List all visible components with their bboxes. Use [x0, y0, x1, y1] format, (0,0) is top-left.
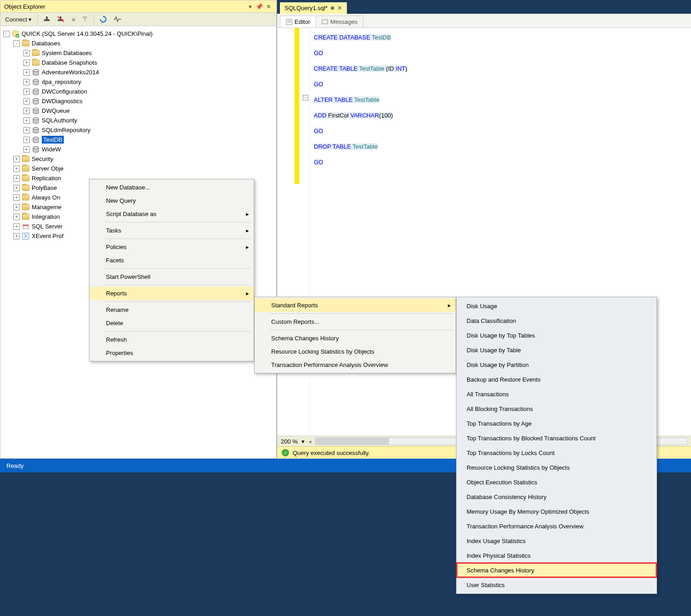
menu-item[interactable]: User Statistics: [457, 577, 657, 592]
tab-editor[interactable]: Editor: [280, 16, 316, 28]
expand-icon[interactable]: +: [13, 233, 20, 239]
expand-icon[interactable]: +: [13, 223, 20, 230]
stop-button[interactable]: ■: [70, 15, 77, 24]
menu-item[interactable]: New Query: [89, 194, 254, 207]
expand-icon[interactable]: +: [13, 166, 20, 172]
menu-item[interactable]: All Blocking Transactions: [457, 401, 657, 416]
expand-icon[interactable]: +: [23, 117, 30, 124]
tree-item[interactable]: +Database Snapshots: [2, 58, 274, 67]
menu-item[interactable]: Top Transactions by Age: [457, 416, 657, 431]
menu-item[interactable]: Top Transactions by Locks Count: [457, 445, 657, 460]
tree-item[interactable]: +System Databases: [2, 48, 274, 58]
expand-icon[interactable]: +: [23, 50, 30, 56]
menu-item[interactable]: Reports▸: [89, 287, 254, 300]
collapse-icon[interactable]: -: [13, 40, 20, 47]
tree-item[interactable]: +WideW: [2, 144, 274, 154]
menu-item[interactable]: Standard Reports▸: [255, 299, 456, 312]
menu-item[interactable]: Rename: [89, 303, 254, 316]
menu-item[interactable]: Disk Usage by Table: [457, 343, 657, 357]
pin-icon[interactable]: ⊕: [330, 5, 334, 11]
collapse-icon[interactable]: -: [3, 31, 10, 37]
menu-item[interactable]: Resource Locking Statistics by Objects: [457, 460, 657, 475]
code-line[interactable]: GO: [314, 45, 407, 61]
code-line[interactable]: ALTER TABLE TestTable: [314, 92, 407, 108]
tree-item[interactable]: +SQLdmRepository: [2, 125, 274, 135]
code-line[interactable]: ADD FirstCol VARCHAR(100): [314, 108, 407, 123]
code-line[interactable]: GO: [314, 155, 407, 170]
standard-reports-submenu[interactable]: Disk UsageData ClassificationDisk Usage …: [456, 297, 657, 594]
tree-item[interactable]: +dpa_repository: [2, 77, 274, 87]
expand-icon[interactable]: +: [13, 156, 20, 162]
filter-button[interactable]: [80, 15, 90, 23]
doc-tab-sqlquery1[interactable]: SQLQuery1.sql* ⊕ ✕: [280, 2, 347, 14]
close-tab-icon[interactable]: ✕: [337, 5, 342, 11]
expand-icon[interactable]: +: [23, 98, 30, 105]
menu-item[interactable]: Object Execution Statistics: [457, 475, 657, 489]
menu-item[interactable]: Index Physical Statistics: [457, 548, 657, 563]
expand-icon[interactable]: +: [23, 146, 30, 153]
expand-icon[interactable]: +: [13, 214, 20, 220]
menu-item[interactable]: Custom Reports...: [255, 315, 456, 328]
disconnect-all-button[interactable]: [55, 15, 67, 24]
menu-item[interactable]: Index Usage Statistics: [457, 533, 657, 548]
activity-button[interactable]: [111, 15, 123, 23]
expand-icon[interactable]: +: [13, 185, 20, 191]
tree-item[interactable]: +AdventureWorks2014: [2, 67, 274, 77]
scroll-left-icon[interactable]: ◂: [308, 438, 312, 445]
menu-item[interactable]: Resource Locking Statistics by Objects: [255, 345, 456, 358]
expand-icon[interactable]: +: [23, 108, 30, 114]
zoom-dropdown-icon[interactable]: ▾: [301, 438, 305, 445]
tree-item[interactable]: +TestDB: [2, 135, 274, 144]
tree-item[interactable]: -QUICK (SQL Server 14.0.3045.24 - QUICK\…: [2, 29, 274, 39]
expand-icon[interactable]: +: [23, 79, 30, 85]
tree-item[interactable]: +SQLAuthority: [2, 116, 274, 125]
menu-item[interactable]: Schema Changes History: [255, 332, 456, 345]
code-line[interactable]: GO: [314, 77, 407, 92]
menu-item[interactable]: Memory Usage By Memory Optimized Objects: [457, 504, 657, 519]
menu-item[interactable]: Delete: [89, 316, 254, 330]
menu-item[interactable]: All Transactions: [457, 387, 657, 401]
menu-item[interactable]: Disk Usage: [457, 299, 657, 313]
expand-icon[interactable]: +: [13, 175, 20, 182]
tree-item[interactable]: -Databases: [2, 39, 274, 48]
refresh-button[interactable]: [98, 15, 109, 24]
code-line[interactable]: GO: [314, 123, 407, 139]
expand-icon[interactable]: +: [23, 89, 30, 95]
close-icon[interactable]: ✕: [264, 2, 273, 11]
expand-icon[interactable]: +: [23, 60, 30, 66]
menu-item[interactable]: Policies▸: [89, 240, 254, 254]
tree-item[interactable]: +DWQueue: [2, 106, 274, 116]
tab-messages[interactable]: Messages: [316, 16, 363, 28]
fold-icon[interactable]: −: [303, 95, 308, 100]
menu-item[interactable]: New Database...: [89, 181, 254, 194]
code-line[interactable]: DROP TABLE TestTable: [314, 139, 407, 155]
menu-item[interactable]: Disk Usage by Top Tables: [457, 328, 657, 343]
dropdown-icon[interactable]: ▾: [246, 2, 254, 11]
menu-item[interactable]: Tasks▸: [89, 224, 254, 237]
code-line[interactable]: CREATE DATABASE TestDB: [314, 30, 407, 45]
expand-icon[interactable]: +: [23, 137, 30, 143]
expand-icon[interactable]: +: [23, 127, 30, 133]
database-context-menu[interactable]: New Database...New QueryScript Database …: [89, 179, 254, 361]
pin-icon[interactable]: 📌: [255, 2, 263, 11]
menu-item[interactable]: Backup and Restore Events: [457, 372, 657, 387]
expand-icon[interactable]: +: [13, 194, 20, 201]
code-content[interactable]: CREATE DATABASE TestDBGOCREATE TABLE Tes…: [310, 28, 411, 436]
tree-item[interactable]: +Security: [2, 154, 274, 164]
menu-item[interactable]: Schema Changes History: [457, 563, 657, 577]
menu-item[interactable]: Transaction Performance Analysis Overvie…: [255, 358, 456, 372]
menu-item[interactable]: Transaction Performance Analysis Overvie…: [457, 519, 657, 533]
menu-item[interactable]: Disk Usage by Partition: [457, 357, 657, 372]
expand-icon[interactable]: +: [23, 69, 30, 76]
menu-item[interactable]: Top Transactions by Blocked Transactions…: [457, 431, 657, 445]
disconnect-button[interactable]: [41, 15, 52, 24]
zoom-level[interactable]: 200 %: [281, 438, 298, 445]
menu-item[interactable]: Properties: [89, 346, 254, 360]
menu-item[interactable]: Database Consistency History: [457, 489, 657, 504]
menu-item[interactable]: Start PowerShell: [89, 270, 254, 283]
code-line[interactable]: CREATE TABLE TestTable (ID INT): [314, 61, 407, 77]
connect-button[interactable]: Connect▾: [3, 15, 33, 24]
menu-item[interactable]: Facets: [89, 254, 254, 267]
expand-icon[interactable]: +: [13, 204, 20, 211]
tree-item[interactable]: +DWConfiguration: [2, 87, 274, 96]
